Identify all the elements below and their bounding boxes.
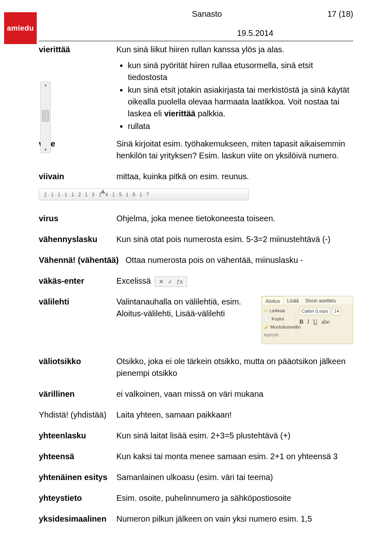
tab-aloitus: Aloitus — [262, 296, 284, 305]
def-vakas: Excelissä ✕ ✓ ƒx — [116, 275, 353, 287]
entry-yhteystieto: yhteystieto Esim. osoite, puhelinnumero … — [39, 492, 353, 504]
term-yhdista: Yhdistä! (yhdistää) — [39, 409, 116, 421]
scroll-thumb — [42, 110, 49, 122]
logo-text: amiedu — [7, 23, 34, 33]
font-select: Calibri (Leipä — [299, 308, 330, 315]
vierittaa-bullet-3: rullata — [128, 120, 353, 132]
scissors-icon: ✂ — [264, 308, 268, 314]
logo: amiedu — [4, 12, 37, 44]
formula-bar-illustration: ✕ ✓ ƒx — [155, 276, 187, 287]
term-virus: virus — [39, 213, 116, 224]
def-vierittaa: Kun sinä liikut hiiren rullan kanssa ylö… — [116, 44, 353, 133]
term-viivain: viivain — [39, 171, 116, 182]
entry-viivain: viivain mittaa, kuinka pitkä on esim. re… — [39, 171, 353, 182]
confirm-icon: ✓ — [168, 278, 173, 285]
header-date: 19.5.2014 — [39, 27, 353, 39]
term-valiotsikko: väliotsikko — [39, 356, 116, 367]
term-yksidesimaalinen: yksidesimaalinen — [39, 513, 116, 525]
def-yhtenainen: Samanlainen ulkoasu (esim. väri tai teem… — [116, 471, 353, 483]
entry-valilehti: välilehti Aloitus Lisää Sivun asettelu ✂… — [39, 296, 353, 347]
page: amiedu Sanasto 17 (18) 19.5.2014 vieritt… — [0, 0, 392, 537]
entry-yhteenlasku: yhteenlasku Kun sinä laitat lisää esim. … — [39, 430, 353, 442]
clipboard-group: ✂Leikkaa 📄Kopioi 🖌Muotoilusivellin kepöy… — [264, 308, 296, 340]
clipboard-label: kepöytä — [264, 332, 296, 338]
italic-button: I — [307, 318, 309, 325]
term-vahennyslasku: vähennyslasku — [39, 233, 116, 245]
entry-yksidesimaalinen: yksidesimaalinen Numeron pilkun jälkeen … — [39, 513, 353, 525]
fx-icon: ƒx — [177, 278, 183, 285]
vierittaa-bullets: kun sinä pyörität hiiren rullaa etusorme… — [128, 60, 353, 132]
scrollbar-illustration: ▲ ▼ — [40, 82, 51, 153]
term-vierittaa: vierittää — [39, 44, 116, 56]
entry-virus: virus Ohjelma, joka menee tietokoneesta … — [39, 213, 353, 224]
font-group: Calibri (Leipä 14 B I U abe — [296, 308, 341, 340]
ruler-ticks: 2 · 1 · 1 · 1 · 1 · 2 · 1 · 3 · 1 · 4 · … — [44, 191, 245, 198]
term-yhteensa: yhteensä — [39, 451, 116, 462]
def-viivain: mittaa, kuinka pitkä on esim. reunus. — [116, 171, 353, 182]
term-vahenna: Vähennä! (vähentää) — [39, 256, 119, 264]
header: Sanasto 17 (18) — [39, 8, 353, 20]
def-varillinen: ei valkoinen, vaan missä on väri mukana — [116, 388, 353, 400]
def-yhteensa: Kun kaksi tai monta menee samaan esim. 2… — [116, 451, 353, 462]
entry-valiotsikko: väliotsikko Otsikko, joka ei ole tärkein… — [39, 356, 353, 379]
entry-vakas: väkäs-enter Excelissä ✕ ✓ ƒx — [39, 275, 353, 287]
scroll-up-icon: ▲ — [41, 82, 50, 88]
vierittaa-bullet-2: kun sinä etsit jotakin asiakirjasta tai … — [128, 84, 353, 120]
entry-yhteensa: yhteensä Kun kaksi tai monta menee samaa… — [39, 451, 353, 462]
term-yhtenainen: yhtenäinen esitys — [39, 471, 116, 483]
tab-sivun-asettelu: Sivun asettelu — [302, 296, 339, 305]
entry-yhtenainen: yhtenäinen esitys Samanlainen ulkoasu (e… — [39, 471, 353, 483]
def-yksidesimaalinen: Numeron pilkun jälkeen on vain yksi nume… — [116, 513, 353, 525]
def-yhdista: Laita yhteen, samaan paikkaan! — [116, 409, 353, 421]
entry-viite: viite Sinä kirjoitat esim. työhakemuksee… — [39, 138, 353, 162]
brush-icon: 🖌 — [264, 324, 269, 331]
entry-yhdista: Yhdistä! (yhdistää) Laita yhteen, samaan… — [39, 409, 353, 421]
entry-vierittaa: vierittää Kun sinä liikut hiiren rullan … — [39, 44, 353, 133]
ribbon-illustration: Aloitus Lisää Sivun asettelu ✂Leikkaa 📄K… — [261, 296, 353, 344]
underline-button: U — [313, 318, 318, 325]
entry-varillinen: värillinen ei valkoinen, vaan missä on v… — [39, 388, 353, 400]
cancel-icon: ✕ — [159, 278, 164, 285]
def-vahennyslasku: Kun sinä otat pois numerosta esim. 5-3=2… — [116, 233, 353, 245]
copy-icon: 📄 — [264, 316, 270, 322]
header-divider — [39, 41, 353, 41]
vierittaa-bullet-1: kun sinä pyörität hiiren rullaa etusorme… — [128, 60, 353, 83]
def-vierittaa-line1: Kun sinä liikut hiiren rullan kanssa ylö… — [116, 45, 284, 54]
entry-vahennyslasku: vähennyslasku Kun sinä otat pois numeros… — [39, 233, 353, 245]
term-yhteystieto: yhteystieto — [39, 492, 116, 504]
bold-button: B — [299, 318, 303, 325]
strike-button: abe — [321, 318, 330, 325]
font-size-select: 14 — [332, 308, 341, 315]
tab-lisaa: Lisää — [284, 296, 302, 305]
def-vahenna: Ottaa numerosta pois on vähentää, miinus… — [125, 256, 303, 264]
def-yhteystieto: Esim. osoite, puhelinnumero ja sähköpost… — [116, 492, 353, 504]
term-yhteenlasku: yhteenlasku — [39, 430, 116, 442]
header-title: Sanasto — [39, 8, 222, 20]
scroll-down-icon: ▼ — [41, 147, 50, 153]
def-virus: Ohjelma, joka menee tietokoneesta toisee… — [116, 213, 353, 224]
def-yhteenlasku: Kun sinä laitat lisää esim. 2+3=5 pluste… — [116, 430, 353, 442]
term-valilehti: välilehti — [39, 296, 116, 308]
ruler-illustration: 2 · 1 · 1 · 1 · 1 · 2 · 1 · 3 · 1 · 4 · … — [39, 188, 249, 200]
term-varillinen: värillinen — [39, 388, 116, 400]
ribbon-tabs: Aloitus Lisää Sivun asettelu — [262, 296, 353, 305]
def-viite: Sinä kirjoitat esim. työhakemukseen, mit… — [116, 138, 353, 162]
def-valiotsikko: Otsikko, joka ei ole tärkein otsikko, mu… — [116, 356, 353, 379]
term-vakas: väkäs-enter — [39, 275, 116, 287]
header-page: 17 (18) — [327, 8, 353, 20]
def-valilehti: Aloitus Lisää Sivun asettelu ✂Leikkaa 📄K… — [116, 296, 353, 347]
entry-vahenna: Vähennä! (vähentää) Ottaa numerosta pois… — [39, 254, 353, 266]
